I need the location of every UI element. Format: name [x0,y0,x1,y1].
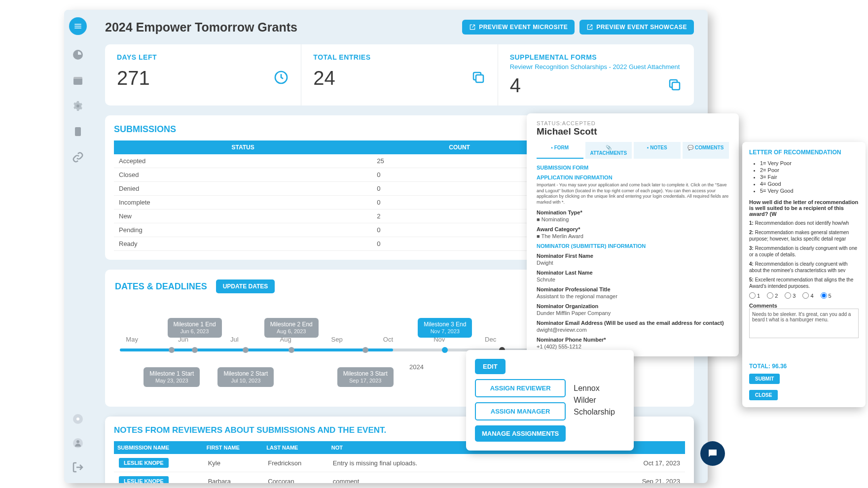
clipboard-icon[interactable] [72,126,84,138]
rating-radio[interactable]: 3 [785,292,796,299]
tab-notes[interactable]: ▪ NOTES [634,142,681,159]
milestone-bubble[interactable]: Milestone 3 EndNov 7, 2023 [418,318,472,338]
rating-radio[interactable]: 1 [749,292,760,299]
clock-icon [273,70,289,87]
total-entries-label: TOTAL ENTRIES [313,53,485,61]
supplemental-link[interactable]: Reviewr Recognition Scholarships - 2022 … [510,63,682,70]
letter-popup: LETTER OF RECOMMENDATION 1= Very Poor2= … [742,142,866,407]
dashboard-icon[interactable] [72,49,84,61]
milestone-bubble[interactable]: Milestone 1 StartMay 23, 2023 [144,367,200,387]
comments-textarea[interactable]: Needs to be sleeker. It's great, can you… [749,309,859,338]
scholarship-name: LennoxWilderScholarship [574,359,615,442]
rating-radio[interactable]: 5 [821,292,832,299]
submission-tag[interactable]: LESLIE KNOPE [119,476,169,483]
preview-showcase-button[interactable]: PREVIEW EVENT SHOWCASE [579,20,694,35]
help-icon[interactable] [72,413,84,425]
close-button[interactable]: CLOSE [749,390,778,400]
submissions-table: STATUSCOUNT Accepted25Closed0Denied0Inco… [114,140,547,251]
milestone-bubble[interactable]: Milestone 3 StartSep 17, 2023 [337,367,394,387]
svg-rect-1 [73,77,82,79]
tab-attachments[interactable]: 📎 ATTACHMENTS [585,142,632,159]
settings-icon[interactable] [72,100,84,112]
copy-icon[interactable] [667,77,682,94]
logout-icon[interactable] [72,461,84,473]
svg-rect-3 [75,127,81,136]
days-left-label: DAYS LEFT [117,53,289,61]
edit-button[interactable]: EDIT [475,359,506,374]
tab-form[interactable]: ▪ FORM [537,142,583,159]
manage-assignments-button[interactable]: MANAGE ASSIGNMENTS [475,425,566,442]
milestone-bubble[interactable]: Milestone 2 EndAug 6, 2023 [264,318,319,338]
update-dates-button[interactable]: UPDATE DATES [216,279,275,293]
svg-point-7 [76,440,79,443]
assign-manager-button[interactable]: ASSIGN MANAGER [475,402,566,420]
calendar-icon[interactable] [72,74,84,86]
submissions-card: SUBMISSIONS STATUSCOUNT Accepted25Closed… [105,115,556,260]
copy-icon[interactable] [471,70,486,87]
app-logo-icon[interactable] [69,17,87,35]
submission-tag[interactable]: LESLIE KNOPE [119,458,169,468]
link-icon[interactable] [72,151,84,163]
supplemental-label: SUPPLEMENTAL FORMS [510,53,682,61]
tab-comments[interactable]: 💬 COMMENTS [683,142,729,159]
assign-reviewer-button[interactable]: ASSIGN REVIEWER [475,379,566,397]
submit-button[interactable]: SUBMIT [749,374,780,384]
svg-rect-10 [672,82,680,90]
total-entries-value: 24 [313,67,335,89]
svg-rect-9 [476,75,483,82]
rating-radio[interactable]: 2 [767,292,778,299]
days-left-value: 271 [117,67,150,89]
rating-radio[interactable]: 4 [802,292,813,299]
svg-point-5 [76,418,79,420]
milestone-bubble[interactable]: Milestone 1 EndJun 6, 2023 [168,318,222,338]
preview-microsite-button[interactable]: PREVIEW EVENT MICROSITE [462,20,575,35]
chat-fab-icon[interactable] [700,441,725,466]
action-popup: EDIT ASSIGN REVIEWER ASSIGN MANAGER MANA… [466,350,634,451]
sidebar [64,10,91,483]
supplemental-value: 4 [510,74,521,97]
submission-detail-popup: STATUS:ACCEPTED Michael Scott ▪ FORM 📎 A… [527,113,739,356]
user-icon[interactable] [72,437,84,449]
metrics-row: DAYS LEFT 271 TOTAL ENTRIES 24 SUPPLEMEN… [105,44,694,105]
milestone-bubble[interactable]: Milestone 2 StartJul 10, 2023 [217,367,274,387]
page-title: 2024 Empower Tomorrow Grants [105,20,297,35]
